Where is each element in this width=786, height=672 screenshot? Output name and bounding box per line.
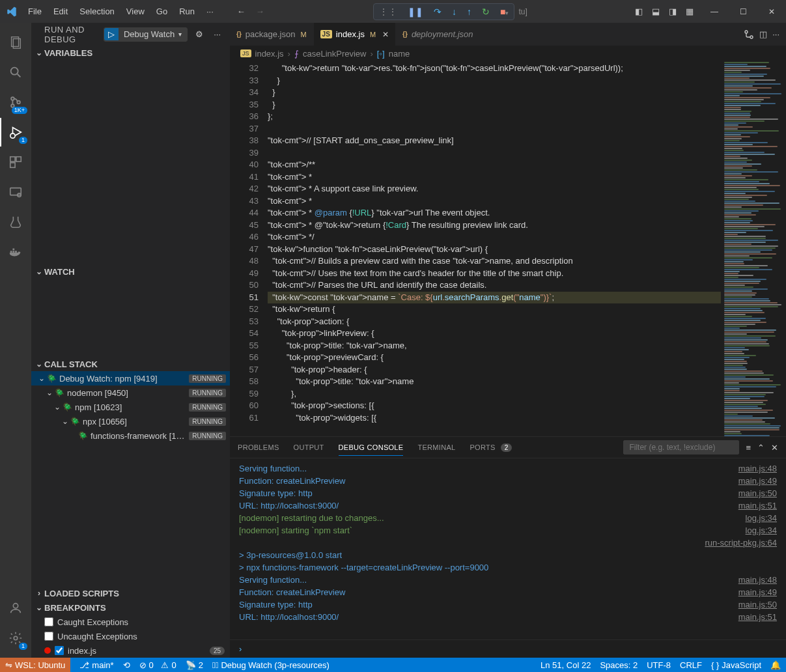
menu-view[interactable]: View <box>121 4 150 19</box>
debug-more-icon[interactable]: ··· <box>211 29 223 39</box>
accounts-icon[interactable] <box>0 594 31 623</box>
menu-file[interactable]: File <box>23 4 47 19</box>
status-eol[interactable]: CRLF <box>680 660 702 670</box>
status-branch[interactable]: ⎇main* <box>79 660 113 670</box>
nav-forward[interactable]: → <box>251 4 270 19</box>
status-cursor[interactable]: Ln 51, Col 22 <box>540 660 591 670</box>
breadcrumb-file[interactable]: index.js <box>255 49 284 59</box>
console-source-link[interactable]: main.js:49 <box>738 586 777 598</box>
debug-settings-icon[interactable]: ⚙ <box>193 29 206 39</box>
console-source-link[interactable]: main.js:50 <box>738 598 777 611</box>
section-callstack[interactable]: ⌄CALL STACK <box>31 357 230 371</box>
section-breakpoints[interactable]: ⌄BREAKPOINTS <box>31 600 230 615</box>
status-indent[interactable]: Spaces: 2 <box>600 660 638 670</box>
console-source-link[interactable]: main.js:49 <box>738 475 777 487</box>
status-ports[interactable]: 📡2 <box>186 660 203 670</box>
debug-pause-icon[interactable]: ❚❚ <box>405 5 426 18</box>
search-icon[interactable] <box>0 58 31 87</box>
tab-index-js[interactable]: JSindex.jsM✕ <box>314 23 396 46</box>
compare-changes-icon[interactable] <box>744 29 754 40</box>
breadcrumb-function[interactable]: caseLinkPreview <box>303 49 367 59</box>
debug-step-into-icon[interactable]: ↓ <box>449 5 459 18</box>
status-sync[interactable]: ⟲ <box>123 660 130 670</box>
breakpoint-uncaught[interactable]: Uncaught Exceptions <box>31 629 230 643</box>
uncaught-checkbox[interactable] <box>44 632 53 641</box>
tab-output[interactable]: OUTPUT <box>294 440 324 455</box>
menu-selection[interactable]: Selection <box>74 4 119 19</box>
split-editor-icon[interactable]: ◫ <box>759 29 767 39</box>
callstack-item[interactable]: ⌄🪲npx [10656]RUNNING <box>31 414 230 428</box>
source-control-icon[interactable]: 1K+ <box>0 88 31 117</box>
console-source-link[interactable]: log.js:34 <box>746 524 777 537</box>
debug-console-output[interactable]: Serving function...main.js:48Function: c… <box>230 458 786 639</box>
console-filter-input[interactable] <box>623 440 739 455</box>
debug-console-input[interactable]: › <box>230 639 786 658</box>
editor-body[interactable]: 3233343536373839404142434445464748495051… <box>230 61 786 436</box>
remote-indicator[interactable]: ⇋WSL: Ubuntu <box>0 658 70 672</box>
console-source-link[interactable]: run-script-pkg.js:64 <box>705 537 777 549</box>
status-debug-task[interactable]: ▷⃝Debug Watch (3p-resources) <box>212 660 330 670</box>
tab-problems[interactable]: PROBLEMS <box>238 440 279 455</box>
menu-more[interactable]: ··· <box>201 4 219 19</box>
editor-more-icon[interactable]: ··· <box>772 29 779 39</box>
settings-gear-icon[interactable]: 1 <box>0 624 31 652</box>
breakpoint-caught[interactable]: Caught Exceptions <box>31 615 230 629</box>
debug-config-selector[interactable]: ▷ Debug Watch▾ <box>104 27 188 42</box>
window-close-icon[interactable]: ✕ <box>757 0 786 23</box>
layout-toggle-panel-icon[interactable]: ⬓ <box>648 4 664 19</box>
close-tab-icon[interactable]: ✕ <box>382 30 389 39</box>
section-watch[interactable]: ⌄WATCH <box>31 264 230 279</box>
menu-go[interactable]: Go <box>151 4 173 19</box>
testing-icon[interactable] <box>0 208 31 236</box>
debug-step-over-icon[interactable]: ↷ <box>431 5 444 18</box>
menu-edit[interactable]: Edit <box>48 4 73 19</box>
panel-close-icon[interactable]: ✕ <box>771 443 778 453</box>
status-encoding[interactable]: UTF-8 <box>647 660 671 670</box>
console-source-link[interactable]: log.js:34 <box>746 512 777 524</box>
explorer-icon[interactable] <box>0 28 31 57</box>
run-debug-icon[interactable]: 1 <box>0 118 31 147</box>
tab-package-json[interactable]: {}package.jsonM <box>230 23 314 46</box>
file-bp-checkbox[interactable] <box>55 646 64 655</box>
debug-handle-icon[interactable]: ⋮⋮ <box>376 5 400 18</box>
console-source-link[interactable]: main.js:50 <box>738 487 777 499</box>
start-debug-button[interactable]: ▷ <box>104 28 119 40</box>
callstack-item[interactable]: ⌄🪲npm [10623]RUNNING <box>31 400 230 414</box>
status-language[interactable]: { }JavaScript <box>711 660 761 670</box>
tab-ports[interactable]: PORTS <box>470 440 495 455</box>
status-notifications-icon[interactable]: 🔔 <box>770 660 781 670</box>
debug-stop-icon[interactable]: ■▾ <box>498 5 511 18</box>
remote-explorer-icon[interactable] <box>0 178 31 206</box>
callstack-item[interactable]: ⌄🪲nodemon [9450]RUNNING <box>31 385 230 400</box>
console-source-link[interactable]: main.js:51 <box>738 499 777 512</box>
console-filter-icon[interactable]: ≡ <box>746 443 751 453</box>
tab-debug-console[interactable]: DEBUG CONSOLE <box>339 440 404 456</box>
window-maximize-icon[interactable]: ☐ <box>729 0 757 23</box>
debug-step-out-icon[interactable]: ↑ <box>464 5 474 18</box>
caught-checkbox[interactable] <box>44 617 53 626</box>
debug-restart-icon[interactable]: ↻ <box>479 5 492 18</box>
panel-maximize-icon[interactable]: ⌃ <box>757 443 765 453</box>
breadcrumb-var[interactable]: name <box>389 49 410 59</box>
tab-deployment-json[interactable]: {}deployment.json <box>396 23 480 46</box>
layout-toggle-secondary-icon[interactable]: ◨ <box>665 4 681 19</box>
extensions-icon[interactable] <box>0 148 31 176</box>
callstack-item[interactable]: ⌄🪲Debug Watch: npm [9419]RUNNING <box>31 371 230 385</box>
layout-toggle-primary-icon[interactable]: ◧ <box>631 4 647 19</box>
docker-icon[interactable] <box>0 238 31 266</box>
minimap[interactable] <box>721 61 786 436</box>
section-loaded-scripts[interactable]: ›LOADED SCRIPTS <box>31 586 230 600</box>
window-minimize-icon[interactable]: — <box>700 0 729 23</box>
breakpoint-file[interactable]: index.js 25 <box>31 643 230 658</box>
section-variables[interactable]: ⌄VARIABLES <box>31 46 230 60</box>
console-source-link[interactable]: main.js:51 <box>738 611 777 623</box>
status-problems[interactable]: ⊘0 ⚠0 <box>139 660 176 670</box>
console-source-link[interactable]: main.js:48 <box>738 574 777 586</box>
layout-customize-icon[interactable]: ▦ <box>682 4 697 19</box>
tab-terminal[interactable]: TERMINAL <box>417 440 455 455</box>
chevron-down-icon[interactable]: ▾ <box>178 31 182 38</box>
callstack-item[interactable]: 🪲functions-framework [106…RUNNING <box>31 428 230 443</box>
console-source-link[interactable]: main.js:48 <box>738 462 777 475</box>
nav-back[interactable]: ← <box>232 4 251 19</box>
menu-run[interactable]: Run <box>174 4 200 19</box>
